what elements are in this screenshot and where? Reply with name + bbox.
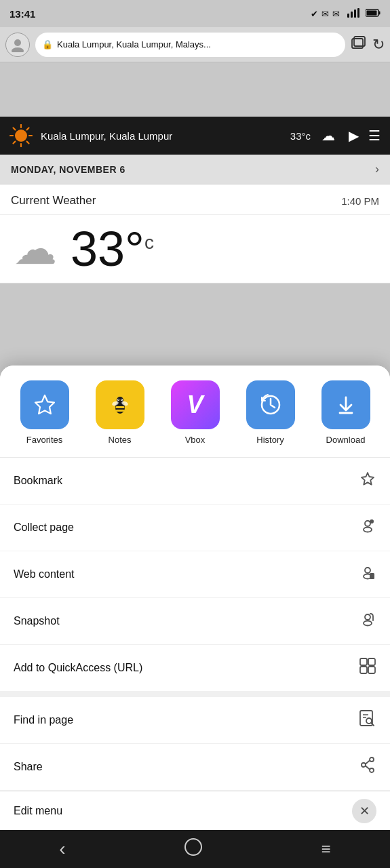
edit-menu-bar: Edit menu ✕ <box>0 791 390 830</box>
svg-line-16 <box>14 128 16 130</box>
web-content-icon <box>359 564 376 585</box>
current-weather-card: Current Weather 1:40 PM ☁ 33°c <box>0 184 390 283</box>
edit-menu-label: Edit menu <box>14 805 62 817</box>
quick-action-favorites[interactable]: Favorites <box>20 380 69 445</box>
menu-item-snapshot[interactable]: Snapshot <box>0 598 390 645</box>
menu-item-collect-page[interactable]: Collect page <box>0 505 390 551</box>
divider-thick <box>0 692 390 697</box>
menu-item-web-content[interactable]: Web content <box>0 551 390 598</box>
menu-item-find-in-page[interactable]: Find in page <box>0 697 390 744</box>
svg-point-7 <box>14 39 21 46</box>
add-quickaccess-label: Add to QuickAccess (URL) <box>14 662 142 674</box>
collect-page-label: Collect page <box>14 521 74 534</box>
notes-icon-bg <box>96 380 144 429</box>
svg-point-27 <box>117 399 118 400</box>
svg-rect-46 <box>368 667 375 673</box>
history-clock-icon <box>258 392 284 418</box>
hamburger-icon[interactable]: ☰ <box>368 127 381 144</box>
status-bar: 13:41 ✔ ✉ ✉ <box>0 0 390 27</box>
sun-icon <box>9 124 33 147</box>
home-button[interactable] <box>184 837 203 861</box>
web-content-label: Web content <box>14 568 75 580</box>
svg-rect-22 <box>115 406 124 408</box>
svg-rect-2 <box>354 9 356 18</box>
svg-marker-33 <box>362 473 374 485</box>
svg-line-56 <box>366 761 370 764</box>
svg-rect-43 <box>360 658 367 665</box>
add-quickaccess-icon <box>359 657 376 679</box>
favorites-icon-bg <box>20 380 69 429</box>
menu-item-share[interactable]: Share <box>0 744 390 791</box>
date-bar[interactable]: MONDAY, NOVEMBER 6 › <box>0 155 390 184</box>
svg-line-17 <box>27 142 29 144</box>
svg-point-41 <box>365 614 370 620</box>
menu-list-1: Bookmark Collect page Web content Snapsh… <box>0 458 390 692</box>
current-weather-title: Current Weather <box>11 194 96 208</box>
svg-rect-1 <box>351 12 353 18</box>
quick-action-vbox[interactable]: V Vbox <box>171 380 220 445</box>
share-label: Share <box>14 761 43 773</box>
star-icon <box>32 392 58 418</box>
date-text: MONDAY, NOVEMBER 6 <box>11 164 125 175</box>
back-button[interactable]: ‹ <box>59 838 65 860</box>
menu-item-add-quickaccess[interactable]: Add to QuickAccess (URL) <box>0 645 390 692</box>
browser-url-bar[interactable]: 🔒 Kuala Lumpur, Kuala Lumpur, Malays... <box>35 33 345 57</box>
tabs-icon[interactable] <box>351 36 366 53</box>
svg-point-8 <box>12 47 24 52</box>
download-icon-bg <box>321 380 370 429</box>
favorites-label: Favorites <box>26 435 62 445</box>
menu-button[interactable]: ≡ <box>321 840 331 859</box>
bookmark-icon <box>359 470 376 492</box>
quick-action-notes[interactable]: Notes <box>96 380 144 445</box>
weather-header-icons: ▶ ☰ <box>349 127 381 144</box>
quick-action-download[interactable]: Download <box>321 380 370 445</box>
check-icon: ✔ <box>311 9 318 19</box>
svg-point-34 <box>365 521 370 526</box>
weather-temp: 33°c <box>290 130 311 142</box>
signal-icon <box>347 8 359 20</box>
svg-line-19 <box>14 142 16 144</box>
svg-point-53 <box>370 768 374 772</box>
vbox-label: Vbox <box>185 435 206 445</box>
svg-line-18 <box>27 128 29 130</box>
svg-rect-23 <box>115 410 124 412</box>
svg-rect-5 <box>367 10 377 15</box>
browser-actions: ↻ <box>351 36 385 54</box>
svg-point-38 <box>365 568 370 573</box>
svg-rect-44 <box>368 658 375 665</box>
play-icon[interactable]: ▶ <box>349 127 359 144</box>
refresh-icon[interactable]: ↻ <box>372 36 385 54</box>
snapshot-icon <box>359 610 376 632</box>
collect-page-icon <box>359 517 376 538</box>
bottom-sheet: Favorites <box>0 366 390 830</box>
edit-menu-close-button[interactable]: ✕ <box>352 799 376 823</box>
menu-item-bookmark[interactable]: Bookmark <box>0 458 390 505</box>
svg-rect-45 <box>360 667 367 673</box>
snapshot-label: Snapshot <box>14 615 60 627</box>
svg-line-55 <box>366 766 370 770</box>
download-arrow-icon <box>333 392 359 418</box>
svg-point-52 <box>370 757 374 762</box>
bookmark-label: Bookmark <box>14 475 62 487</box>
nav-bar: ‹ ≡ <box>0 830 390 868</box>
svg-point-42 <box>364 621 372 626</box>
close-x-icon: ✕ <box>359 804 370 818</box>
find-in-page-label: Find in page <box>14 714 73 726</box>
svg-point-54 <box>362 763 366 767</box>
download-label: Download <box>326 435 366 445</box>
svg-rect-3 <box>357 8 359 18</box>
status-icons: ✔ ✉ ✉ <box>311 8 381 20</box>
vbox-icon-bg: V <box>171 380 220 429</box>
browser-avatar[interactable] <box>5 33 30 57</box>
temp-unit: c <box>144 232 154 253</box>
svg-marker-20 <box>35 395 54 414</box>
history-label: History <box>256 435 284 445</box>
history-icon-bg <box>246 380 295 429</box>
top-grey-area <box>0 62 390 117</box>
menu-list-2: Find in page Share <box>0 697 390 791</box>
url-text: Kuala Lumpur, Kuala Lumpur, Malays... <box>57 39 338 50</box>
bottom-sheet-overlay: Favorites <box>0 366 390 830</box>
share-icon <box>359 756 376 778</box>
email-icon-1: ✉ <box>321 9 329 19</box>
quick-action-history[interactable]: History <box>246 380 295 445</box>
